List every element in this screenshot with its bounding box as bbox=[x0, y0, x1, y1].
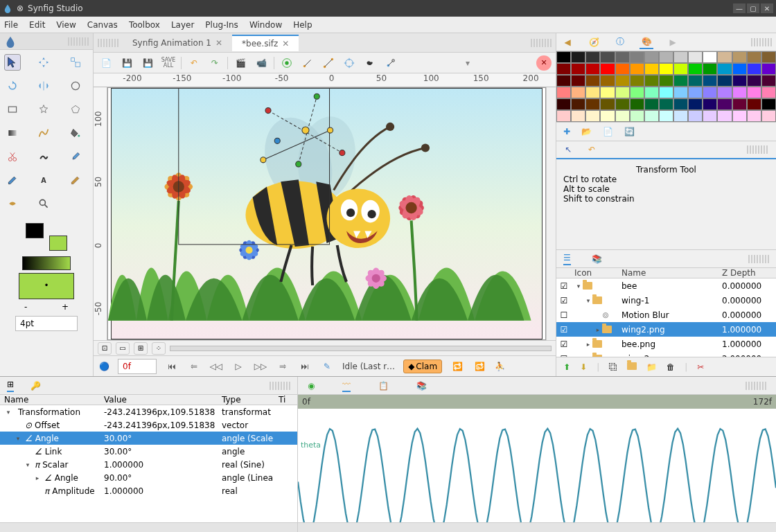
navigator-tab[interactable]: 🧭 bbox=[587, 35, 601, 49]
menu-help[interactable]: Help bbox=[293, 20, 312, 30]
palette-color[interactable] bbox=[615, 110, 630, 122]
palette-color[interactable] bbox=[585, 63, 600, 75]
zoom-tool[interactable] bbox=[35, 195, 52, 212]
palette-color[interactable] bbox=[761, 87, 776, 98]
graph-canvas[interactable]: theta bbox=[298, 409, 776, 522]
preview-icon[interactable]: 📹 bbox=[253, 55, 270, 71]
params-tab[interactable]: ⊞ bbox=[7, 380, 14, 392]
minus-button[interactable]: - bbox=[24, 302, 27, 312]
palette-color[interactable] bbox=[659, 51, 673, 63]
panel-grip[interactable] bbox=[747, 145, 768, 154]
palette-color[interactable] bbox=[615, 51, 630, 63]
curves-tab[interactable]: 〰 bbox=[342, 380, 351, 392]
palette-color[interactable] bbox=[659, 63, 673, 75]
duck-icon[interactable] bbox=[362, 55, 378, 71]
minimize-button[interactable]: — bbox=[733, 3, 746, 13]
col-type[interactable]: Type bbox=[222, 395, 279, 405]
fill-swatch[interactable] bbox=[19, 273, 74, 299]
palette-color[interactable] bbox=[600, 75, 615, 87]
add-color-icon[interactable]: ✚ bbox=[563, 127, 570, 136]
h-scrollbar[interactable] bbox=[170, 346, 552, 351]
palette-color[interactable] bbox=[673, 87, 688, 98]
param-row[interactable]: ▾∠Angle30.00°angle (Scale bbox=[0, 432, 297, 445]
palette-color[interactable] bbox=[600, 110, 615, 122]
palette-color[interactable] bbox=[615, 75, 630, 87]
palette-color[interactable] bbox=[761, 98, 776, 110]
layer-ungroup-icon[interactable]: 📁 bbox=[646, 362, 657, 372]
text-tool[interactable]: A bbox=[35, 172, 52, 188]
star-tool[interactable] bbox=[35, 101, 52, 118]
prev-key-icon[interactable]: ⥢ bbox=[187, 360, 201, 373]
palette-color[interactable] bbox=[703, 63, 717, 75]
palette-color[interactable] bbox=[630, 98, 644, 110]
color-swatches[interactable] bbox=[26, 223, 67, 251]
palette-color[interactable] bbox=[571, 63, 585, 75]
color-palette[interactable] bbox=[556, 51, 776, 122]
palette-color[interactable] bbox=[556, 87, 571, 98]
smooth-move-tool[interactable] bbox=[35, 54, 52, 71]
eyedrop-tool[interactable] bbox=[67, 148, 84, 165]
layer-row[interactable]: ☑▸wing2.png1.000000 bbox=[556, 322, 776, 337]
palette-color[interactable] bbox=[585, 51, 600, 63]
panel-grip[interactable] bbox=[746, 382, 766, 390]
palette-color[interactable] bbox=[644, 110, 659, 122]
palette-color[interactable] bbox=[630, 63, 644, 75]
layer-row[interactable]: ☑▾bee0.000000 bbox=[556, 278, 776, 293]
graph-ruler[interactable]: 0f 172f bbox=[298, 395, 776, 409]
palette-color[interactable] bbox=[600, 87, 615, 98]
panel-grip[interactable] bbox=[748, 255, 769, 263]
bg-color[interactable] bbox=[49, 236, 67, 251]
doc-tab-1[interactable]: Synfig Animation 1✕ bbox=[123, 35, 232, 51]
bounds-icon[interactable]: 🔂 bbox=[473, 360, 486, 373]
palette-color[interactable] bbox=[688, 98, 703, 110]
onion-icon[interactable] bbox=[279, 55, 295, 71]
panel-grip[interactable] bbox=[270, 382, 290, 390]
palette-color[interactable] bbox=[732, 110, 747, 122]
close-tab-icon[interactable]: ✕ bbox=[282, 39, 289, 48]
palette-color[interactable] bbox=[571, 75, 585, 87]
cut-tool[interactable] bbox=[4, 148, 21, 165]
palette-color[interactable] bbox=[556, 63, 571, 75]
palette-color[interactable] bbox=[673, 51, 688, 63]
undo-mini-icon[interactable]: ↶ bbox=[588, 145, 595, 154]
maximize-button[interactable]: ▢ bbox=[747, 3, 759, 13]
palette-color[interactable] bbox=[703, 98, 717, 110]
close-icon[interactable]: ⊗ bbox=[17, 3, 24, 13]
reset-palette-icon[interactable]: 🔄 bbox=[624, 127, 635, 136]
layer-up-icon[interactable]: ⬆ bbox=[563, 362, 570, 372]
col-time[interactable]: Ti bbox=[279, 395, 292, 405]
rotate-tool[interactable] bbox=[4, 78, 21, 94]
render-icon[interactable]: 🎬 bbox=[232, 55, 249, 71]
palette-color[interactable] bbox=[688, 110, 703, 122]
palette-color[interactable] bbox=[585, 110, 600, 122]
graph-scrollbar[interactable] bbox=[298, 522, 776, 532]
param-row[interactable]: ⊙Offset-243.241396px,109.51838vector bbox=[0, 418, 297, 432]
loop-icon[interactable]: 🔁 bbox=[450, 360, 464, 373]
palette-tab[interactable]: 🎨 bbox=[640, 35, 653, 49]
palette-color[interactable] bbox=[732, 87, 747, 98]
palette-color[interactable] bbox=[703, 87, 717, 98]
palette-color[interactable] bbox=[571, 51, 585, 63]
palette-color[interactable] bbox=[644, 87, 659, 98]
close-button[interactable]: ✕ bbox=[761, 3, 773, 13]
layer-dup-icon[interactable]: ⿻ bbox=[609, 362, 617, 372]
palette-color[interactable] bbox=[571, 87, 585, 98]
palette-color[interactable] bbox=[688, 51, 703, 63]
sets-tab[interactable]: 📚 bbox=[592, 254, 602, 264]
info-tab[interactable]: ⓘ bbox=[613, 35, 627, 49]
palette-color[interactable] bbox=[717, 98, 732, 110]
palette-color[interactable] bbox=[659, 75, 673, 87]
zoom-100-icon[interactable]: ▭ bbox=[116, 342, 130, 355]
palette-color[interactable] bbox=[585, 98, 600, 110]
layer-cut-icon[interactable]: ✂ bbox=[697, 362, 704, 372]
library-tab[interactable]: 📚 bbox=[416, 381, 427, 391]
layer-group-icon[interactable] bbox=[627, 362, 637, 372]
palette-color[interactable] bbox=[644, 98, 659, 110]
palette-color[interactable] bbox=[630, 75, 644, 87]
undo-icon[interactable]: ↶ bbox=[186, 55, 202, 71]
doc-tab-2[interactable]: *bee.sifz✕ bbox=[232, 35, 299, 51]
palette-color[interactable] bbox=[761, 75, 776, 87]
seek-last-icon[interactable]: ⏭ bbox=[298, 360, 312, 373]
col-value[interactable]: Value bbox=[104, 395, 222, 405]
grid-icon[interactable]: ⊞ bbox=[134, 342, 148, 355]
